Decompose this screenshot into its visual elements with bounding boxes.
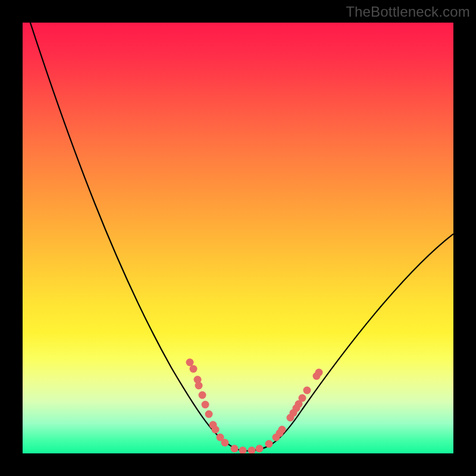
curve-marker: [221, 439, 229, 447]
curve-marker: [195, 382, 203, 390]
curve-marker: [256, 445, 264, 453]
curve-marker: [205, 411, 213, 418]
curve-marker: [315, 369, 323, 377]
bottleneck-curve: [23, 23, 453, 451]
curve-marker: [186, 359, 194, 367]
curve-layer: [23, 23, 453, 453]
curve-marker: [202, 401, 209, 409]
watermark-text: TheBottleneck.com: [346, 4, 470, 20]
curve-marker: [190, 365, 198, 373]
curve-marker: [212, 426, 220, 434]
curve-markers: [186, 359, 323, 454]
curve-marker: [299, 394, 306, 402]
curve-marker: [248, 447, 256, 454]
curve-marker: [231, 445, 239, 453]
curve-marker: [278, 426, 286, 434]
curve-marker: [239, 447, 247, 454]
curve-marker: [199, 392, 206, 399]
chart-area: [23, 23, 453, 453]
curve-marker: [265, 440, 273, 448]
curve-marker: [303, 387, 311, 394]
